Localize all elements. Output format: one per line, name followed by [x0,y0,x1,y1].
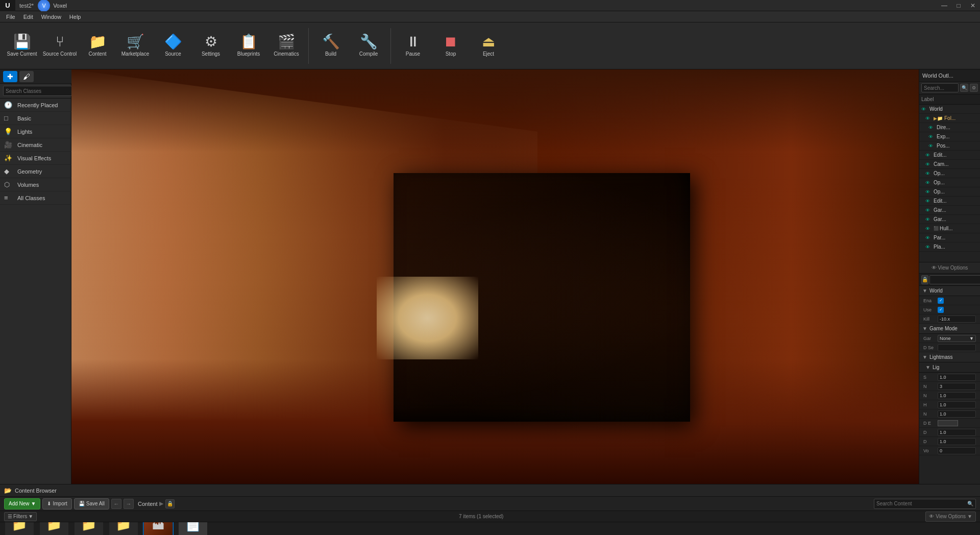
outliner-options-button[interactable]: ⚙ [970,84,978,92]
outliner-item-4[interactable]: 👁 Edit... [919,151,980,160]
mode-paint-button[interactable]: 🖌 [19,71,34,82]
minimize-button[interactable]: — [937,0,951,11]
close-button[interactable]: ✕ [966,0,980,11]
dse-label: D Se [923,345,938,350]
lock-button[interactable]: 🔒 [165,499,175,508]
de-color-picker[interactable] [938,420,958,426]
geometry-label: Geometry [17,168,42,175]
maximize-button[interactable]: □ [951,0,966,11]
blueprints-button[interactable]: 📋 Blueprints [231,26,266,66]
save-current-button[interactable]: 💾 Save Current [4,26,40,66]
n1-input[interactable] [938,383,976,390]
outliner-item-world[interactable]: 👁 World [919,105,980,114]
world-outliner-title: World Outl... [922,72,953,79]
vis-icon-8: 👁 [925,189,933,194]
vo-input[interactable] [938,447,976,454]
n2-label: N [923,393,938,398]
stop-button[interactable]: ⏹ Stop [433,26,469,66]
settings-button[interactable]: ⚙ Settings [193,26,229,66]
details-toolbar: 🔒 🔍 👁 [919,274,980,286]
menu-help[interactable]: Help [65,13,85,21]
eject-button[interactable]: ⏏ Eject [471,26,506,66]
thumbnail-folder-3[interactable]: 📁 [74,522,104,535]
content-search-input[interactable] [876,501,967,506]
outliner-item-11[interactable]: 👁 Gar... [919,215,980,224]
outliner-item-9[interactable]: 👁 Edit... [919,197,980,206]
thumb-box-2: 📁 [40,522,68,535]
n2-input[interactable] [938,392,976,399]
outliner-item-13[interactable]: 👁 Par... [919,233,980,242]
thumbnail-folder-1[interactable]: 📁 [4,522,35,535]
geometry-icon: ◆ [4,167,14,175]
outliner-item-5[interactable]: 👁 Cam... [919,160,980,169]
use-checkbox[interactable]: ✓ [938,307,944,313]
viewport-canvas [71,69,919,484]
source-control-button[interactable]: ⑂ Source Control [42,26,78,66]
outliner-item-1[interactable]: 👁 Dire... [919,123,980,132]
path-content-item[interactable]: Content [138,501,158,507]
s-input[interactable] [938,374,976,381]
outliner-search-button[interactable]: 🔍 [960,84,968,92]
d1-input[interactable] [938,429,976,436]
outliner-item-2[interactable]: 👁 Exp... [919,132,980,141]
details-search-input[interactable] [932,277,980,282]
world-outliner: World Outl... 🔍 ⚙ Label 👁 World 👁 ▶📁 Fol… [919,69,980,274]
nav-back-button[interactable]: ← [111,499,121,509]
outliner-item-10[interactable]: 👁 Gar... [919,206,980,215]
voxel-label: Voxel [53,3,67,9]
import-button[interactable]: ⬇ Import [42,498,71,509]
kill-input[interactable] [938,315,976,323]
nav-forward-button[interactable]: → [124,499,134,509]
thumbnail-material-1[interactable]: 🏔 Mat... [143,522,174,535]
bottom-panel: 📂 Content Browser Add New ▼ ⬇ Import 💾 S… [0,484,980,535]
gamemode-section-header[interactable]: ▼ Game Mode [919,324,980,334]
save-all-button[interactable]: 💾 Save All [74,498,109,509]
detail-row-de: D E [919,419,980,428]
filters-button[interactable]: ☰ Filters ▼ [4,512,37,521]
content-button[interactable]: 📁 Content [80,26,115,66]
add-new-button[interactable]: Add New ▼ [4,498,40,509]
n3-input[interactable] [938,410,976,418]
world-section-header[interactable]: ▼ World [919,286,980,296]
outliner-item-3[interactable]: 👁 Pos... [919,141,980,151]
outliner-item-folder1[interactable]: 👁 ▶📁 Fol... [919,114,980,123]
build-button[interactable]: 🔨 Build [313,26,349,66]
menu-edit[interactable]: Edit [19,13,37,21]
outliner-item-14[interactable]: 👁 Pla... [919,242,980,252]
save-all-icon: 💾 [79,501,85,506]
pause-button[interactable]: ⏸ Pause [395,26,431,66]
menu-window[interactable]: Window [37,13,65,21]
content-browser-body: 📁 📁 📁 📁 🏔 Mat... [0,522,980,535]
thumbnail-folder-4[interactable]: 📁 [108,522,139,535]
thumb-box-5: 🏔 [144,522,173,535]
dse-input[interactable] [938,344,976,351]
lightmass-section-header[interactable]: ▼ Lightmass [919,352,980,362]
gar-dropdown[interactable]: None ▼ [938,335,976,342]
outliner-item-8[interactable]: 👁 Op... [919,187,980,197]
marketplace-button[interactable]: 🛒 Marketplace [117,26,153,66]
d2-input[interactable] [938,438,976,445]
s-label: S [923,375,938,380]
outliner-item-12[interactable]: 👁 ⬛ Hull... [919,224,980,233]
content-view-options-button[interactable]: 👁 View Options ▼ [925,512,976,522]
search-classes-input[interactable] [3,86,73,96]
lig-section-header[interactable]: ▼ Lig [919,362,980,373]
stop-label: Stop [446,51,456,57]
details-lock-button[interactable]: 🔒 [921,275,928,284]
mode-place-button[interactable]: ✚ [3,71,17,82]
viewport[interactable] [71,69,919,484]
gamemode-section-arrow: ▼ [922,326,927,331]
h-input[interactable] [938,401,976,408]
thumbnail-asset-6[interactable]: 📄 tex... [178,522,208,535]
outliner-item-6[interactable]: 👁 Op... [919,169,980,178]
menu-file[interactable]: File [2,13,19,21]
outliner-item-7[interactable]: 👁 Op... [919,178,980,187]
source-button[interactable]: 🔷 Source [155,26,191,66]
outliner-search-input[interactable] [921,83,959,92]
ena-checkbox[interactable]: ✓ [938,298,944,304]
cinematics-button[interactable]: 🎬 Cinematics [268,26,304,66]
vis-icon-1: 👁 [928,125,936,130]
outliner-view-options-button[interactable]: 👁 View Options [919,262,980,273]
thumbnail-folder-2[interactable]: 📁 [39,522,69,535]
compile-button[interactable]: 🔧 Compile [351,26,386,66]
